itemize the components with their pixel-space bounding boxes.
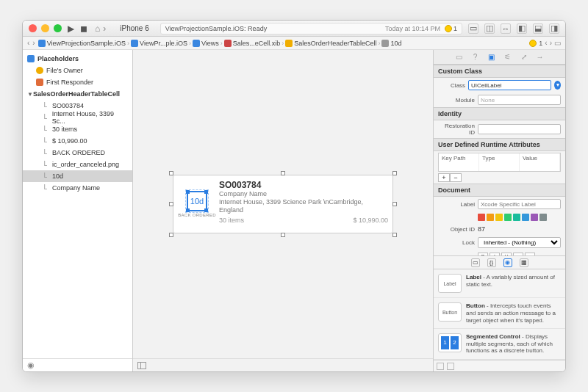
price-label[interactable]: $ 10,990.00 [353,217,388,224]
label-icon: L [42,173,49,180]
placeholders-header[interactable]: Placeholders [23,53,132,65]
first-responder-icon [36,79,43,86]
doc-outline-toggle-icon[interactable] [137,362,146,369]
jumpbar-related-icon[interactable]: ▭ [554,39,561,47]
warning-badge[interactable] [445,25,452,32]
color-swatch[interactable] [478,214,485,221]
jumpbar-warning-icon[interactable] [529,40,537,47]
table-cell-preview[interactable]: 10d BACK ORDERED SO003784 Company Name I… [173,175,393,233]
first-responder-item[interactable]: First Responder [23,76,132,88]
class-label: Class [438,82,465,89]
size-inspector-tab[interactable]: ⤢ [519,52,529,62]
runtime-attributes-table[interactable]: Key Path Type Value [438,153,561,172]
jumpbar-warning-count: 1 [539,40,542,47]
label-icon: L [42,102,49,109]
class-dropdown-icon[interactable]: ▾ [554,81,561,90]
code-snippet-tab[interactable]: {} [487,258,496,267]
status-time: Today at 10:14 PM [385,25,440,32]
root-view-item[interactable]: ▼SalesOrderHeaderTableCell [23,88,132,100]
version-editor-icon[interactable]: ↔ [501,23,511,34]
assistant-editor-icon[interactable]: ◫ [484,23,495,34]
file-template-tab[interactable]: ▭ [471,258,480,267]
toggle-debug-icon[interactable]: ⬓ [533,23,543,34]
connections-inspector-tab[interactable]: → [535,52,545,62]
address-label[interactable]: Internet House, 3399 Science Park \nCamb… [219,198,388,214]
breadcrumb-views[interactable]: Views [193,40,219,47]
outline-item[interactable]: L$ 10,990.00 [23,135,132,147]
outline-filter-icon[interactable]: ◉ [27,360,35,370]
library-footer [434,360,565,371]
remove-attribute-button[interactable]: − [450,173,462,182]
color-swatch[interactable] [531,214,538,221]
run-button[interactable]: ▶ [68,23,74,34]
back-ordered-label[interactable]: BACK ORDERED [178,213,216,217]
media-library-tab[interactable]: ▦ [520,258,528,267]
breadcrumb-label[interactable]: 10d [381,40,401,47]
outline-item[interactable]: L30 items [23,123,132,135]
order-title-label[interactable]: SO003784 [219,180,388,190]
outline-item[interactable]: LBACK ORDERED [23,147,132,159]
custom-class-header: Custom Class [434,65,565,78]
outline-item[interactable]: LInternet House, 3399 Sc... [23,112,132,123]
items-count-label[interactable]: 30 items [219,217,244,224]
traffic-lights [29,24,62,32]
identity-inspector-tab[interactable]: ▣ [487,52,497,62]
attributes-inspector-tab[interactable]: ⚟ [503,52,513,62]
standard-editor-icon[interactable]: ▭ [468,23,478,34]
restoration-id-input[interactable] [478,124,561,134]
ib-canvas[interactable]: 10d BACK ORDERED SO003784 Company Name I… [133,50,433,371]
quick-help-tab[interactable]: ? [470,52,481,62]
module-input[interactable] [478,95,561,105]
file-inspector-tab[interactable]: ▭ [454,52,465,62]
identity-header: Identity [434,107,565,120]
outline-item[interactable]: Lic_order_canceled.png [23,159,132,170]
color-swatch[interactable] [539,214,547,221]
outline-item[interactable]: LCompany Name [23,182,132,194]
jumpbar-forward-icon[interactable]: › [32,39,35,47]
minimize-button[interactable] [41,24,49,32]
breadcrumb-xib[interactable]: Sales...eCell.xib [224,40,281,47]
library-list-icon[interactable] [447,363,454,370]
library-item[interactable]: LabelLabel - A variably sized amount of … [434,269,565,298]
disclosure-icon[interactable]: ▼ [27,91,33,98]
library-item-icon: Button [438,302,462,322]
jumpbar-back-icon[interactable]: ‹ [27,39,29,47]
breadcrumb-folder[interactable]: ViewPr...ple.iOS [131,40,187,47]
module-label: Module [438,97,475,104]
days-badge-label[interactable]: 10d [187,191,207,211]
jumpbar-prev-icon[interactable]: ‹ [545,39,547,47]
library-tabs: ▭ {} ◉ ▦ [434,256,565,269]
label-color-swatches [478,214,547,221]
color-swatch[interactable] [522,214,529,221]
files-owner-item[interactable]: File's Owner [23,65,132,76]
toggle-navigator-icon[interactable]: ◧ [517,23,527,34]
status-text: ViewProjectionSample.iOS: Ready [165,25,267,32]
stop-button[interactable]: ◼ [80,23,87,34]
color-swatch[interactable] [513,214,520,221]
rt-keypath-col: Key Path [439,153,479,171]
jumpbar-controls: 1 ‹ › ▭ [529,39,561,47]
object-library-tab[interactable]: ◉ [503,258,512,267]
jumpbar-next-icon[interactable]: › [550,39,552,47]
add-attribute-button[interactable]: + [438,173,450,182]
placeholders-icon [27,55,35,62]
library-item[interactable]: ButtonButton - Intercepts touch events a… [434,298,565,329]
library-item[interactable]: 12Segmented Control - Displays multiple … [434,329,565,360]
zoom-button[interactable] [54,24,62,32]
class-input[interactable] [468,80,551,90]
breadcrumb-cell[interactable]: SalesOrderHeaderTableCell [285,40,376,47]
scheme-selector[interactable]: ⌂› [95,23,106,34]
device-selector[interactable]: iPhone 6 [115,22,154,35]
color-swatch[interactable] [504,214,512,221]
color-swatch[interactable] [495,214,503,221]
outline-item[interactable]: L10d [23,170,132,182]
lock-select[interactable]: Inherited - (Nothing) [478,237,561,248]
library-grid-icon[interactable] [437,363,444,370]
rt-value-col: Value [520,153,560,171]
doc-label-input[interactable] [478,199,561,209]
breadcrumb-project[interactable]: ViewProjectionSample.iOS [38,40,126,47]
toggle-utilities-icon[interactable]: ◨ [549,23,559,34]
color-swatch[interactable] [487,214,494,221]
company-name-label[interactable]: Company Name [219,190,388,198]
close-button[interactable] [29,24,37,32]
